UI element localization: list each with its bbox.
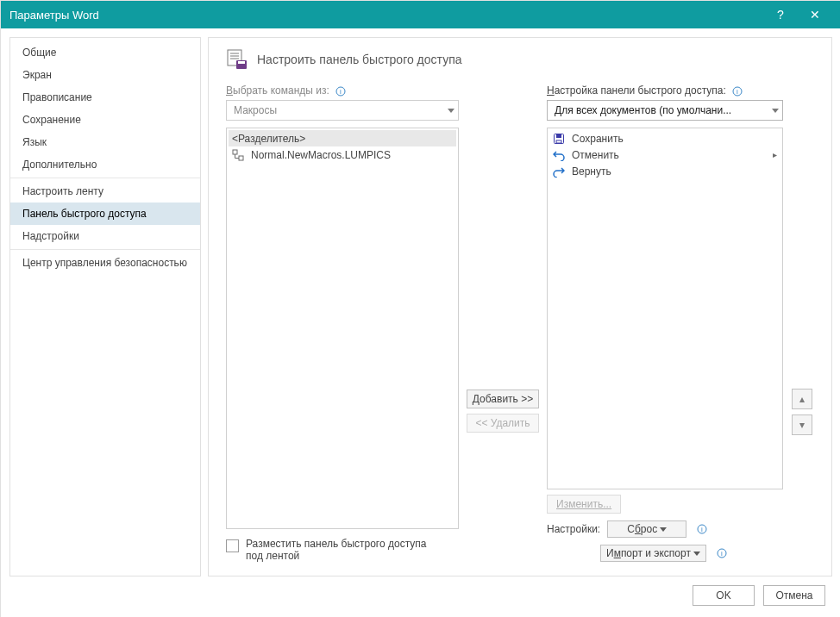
redo-icon: [553, 165, 565, 178]
move-up-button[interactable]: ▴: [792, 389, 812, 409]
chevron-down-icon: [693, 552, 700, 556]
close-button[interactable]: ✕: [798, 1, 832, 28]
list-item-redo[interactable]: Вернуть: [549, 163, 780, 179]
settings-label: Настройки:: [547, 523, 600, 535]
svg-rect-5: [238, 61, 245, 64]
customize-qat-label: Настройка панели быстрого доступа: i: [547, 84, 783, 97]
import-export-dropdown[interactable]: Импорт и экспорт: [600, 545, 706, 562]
sidebar-item-save[interactable]: Сохранение: [10, 109, 200, 131]
remove-button[interactable]: << Удалить: [467, 414, 539, 433]
sidebar: Общие Экран Правописание Сохранение Язык…: [9, 37, 201, 576]
list-item-save[interactable]: Сохранить: [549, 130, 780, 146]
titlebar: Параметры Word ? ✕: [1, 1, 840, 28]
quick-access-icon: [226, 48, 248, 71]
macro-icon: [232, 149, 244, 161]
chevron-down-icon: [660, 527, 667, 532]
choose-commands-label: Выбрать команды из: i: [226, 84, 459, 97]
scope-value: Для всех документов (по умолчани...: [555, 104, 731, 116]
list-item-undo[interactable]: Отменить ▸: [549, 146, 780, 163]
panel-title: Настроить панель быстрого доступа: [257, 53, 462, 66]
sidebar-separator: [10, 178, 200, 178]
qat-listbox[interactable]: Сохранить Отменить ▸ Вернуть: [547, 128, 783, 489]
options-window: Параметры Word ? ✕ Общие Экран Правописа…: [0, 0, 840, 617]
info-icon[interactable]: i: [335, 86, 346, 97]
reset-import-section: Настройки: Сброс i Импорт и экспорт i: [547, 520, 783, 562]
move-down-button[interactable]: ▾: [792, 414, 812, 435]
undo-icon: [553, 149, 565, 161]
svg-text:i: i: [737, 88, 738, 96]
reorder-buttons: ▴ ▾: [790, 84, 814, 562]
triangle-down-icon: ▾: [799, 419, 805, 431]
info-icon[interactable]: i: [717, 548, 727, 558]
cancel-button[interactable]: Отмена: [763, 585, 825, 606]
svg-rect-8: [233, 150, 237, 154]
save-icon: [553, 133, 565, 145]
svg-rect-14: [556, 140, 561, 143]
sidebar-item-advanced[interactable]: Дополнительно: [10, 153, 200, 176]
list-item-separator[interactable]: <Разделитель>: [229, 130, 456, 146]
commands-column: Выбрать команды из: i Макросы <Разделите…: [226, 84, 459, 562]
checkbox-icon: [226, 539, 239, 552]
dialog-body: Общие Экран Правописание Сохранение Язык…: [1, 28, 840, 576]
add-button[interactable]: Добавить >>: [467, 390, 539, 408]
svg-text:i: i: [701, 526, 703, 533]
reset-dropdown[interactable]: Сброс: [607, 520, 686, 538]
main-panel: Настроить панель быстрого доступа Выбрат…: [208, 37, 832, 576]
sidebar-item-addins[interactable]: Надстройки: [10, 225, 200, 247]
dialog-footer: OK Отмена: [1, 576, 840, 617]
panel-heading: Настроить панель быстрого доступа: [226, 48, 814, 71]
chevron-down-icon: [772, 109, 779, 113]
triangle-up-icon: ▴: [799, 393, 805, 405]
ok-button[interactable]: OK: [693, 585, 755, 606]
svg-text:i: i: [340, 88, 342, 96]
choose-commands-value: Макросы: [234, 104, 277, 116]
sidebar-item-quick-access[interactable]: Панель быстрого доступа: [10, 203, 200, 225]
submenu-arrow-icon: ▸: [773, 150, 777, 159]
sidebar-item-proofing[interactable]: Правописание: [10, 86, 200, 109]
chevron-down-icon: [448, 109, 454, 113]
transfer-buttons: Добавить >> << Удалить: [466, 84, 540, 562]
sidebar-item-trust-center[interactable]: Центр управления безопасностью: [10, 252, 200, 274]
sidebar-item-display[interactable]: Экран: [10, 64, 200, 86]
sidebar-item-language[interactable]: Язык: [10, 131, 200, 153]
modify-button[interactable]: Изменить...: [547, 495, 621, 514]
svg-rect-13: [556, 134, 561, 138]
show-below-ribbon-checkbox[interactable]: Разместить панель быстрого доступа под л…: [226, 538, 459, 562]
scope-dropdown[interactable]: Для всех документов (по умолчани...: [547, 100, 783, 121]
info-icon[interactable]: i: [697, 524, 707, 534]
svg-rect-9: [239, 156, 243, 160]
sidebar-separator: [10, 249, 200, 250]
window-title: Параметры Word: [9, 9, 763, 22]
help-button[interactable]: ?: [763, 1, 798, 28]
checkbox-label: Разместить панель быстрого доступа под л…: [246, 538, 444, 562]
list-item-macro[interactable]: Normal.NewMacros.LUMPICS: [229, 146, 456, 163]
sidebar-item-customize-ribbon[interactable]: Настроить ленту: [10, 180, 200, 203]
toolbar-column: Настройка панели быстрого доступа: i Для…: [547, 84, 783, 562]
modify-label: Изменить...: [556, 498, 611, 510]
info-icon[interactable]: i: [732, 86, 743, 97]
two-column-layout: Выбрать команды из: i Макросы <Разделите…: [226, 84, 814, 562]
choose-commands-dropdown[interactable]: Макросы: [226, 100, 459, 121]
svg-text:i: i: [721, 550, 723, 558]
sidebar-item-general[interactable]: Общие: [10, 41, 200, 64]
commands-listbox[interactable]: <Разделитель> Normal.NewMacros.LUMPICS: [226, 128, 459, 529]
